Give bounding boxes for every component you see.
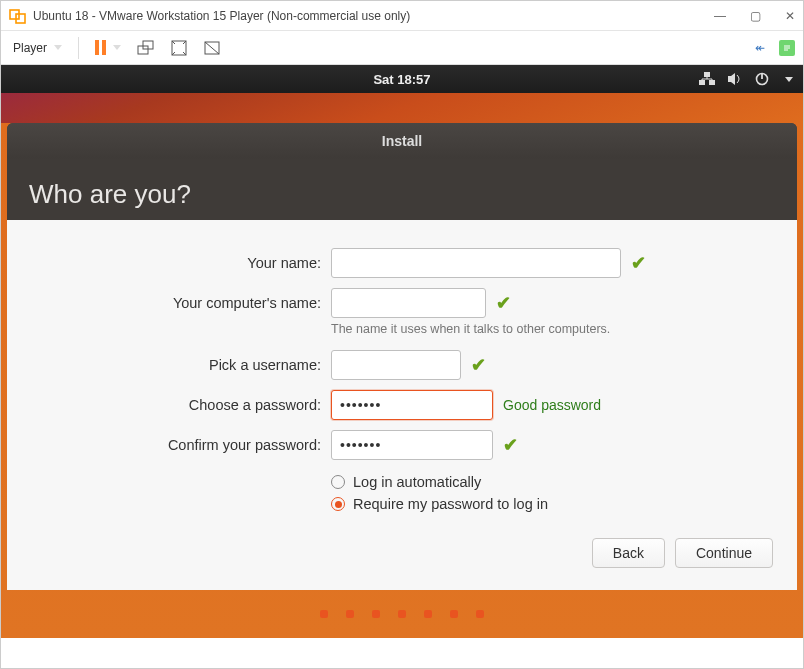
svg-line-6 [205, 42, 219, 54]
send-cad-icon [137, 40, 155, 56]
radio-unchecked-icon [331, 475, 345, 489]
checkmark-icon: ✔ [496, 292, 511, 314]
back-history-button[interactable]: ↞ [755, 41, 765, 55]
minimize-button[interactable]: — [714, 9, 726, 23]
volume-icon[interactable] [727, 72, 743, 86]
close-button[interactable]: ✕ [785, 9, 795, 23]
power-icon[interactable] [755, 72, 769, 86]
svg-rect-11 [699, 80, 705, 85]
installer-body: Your name: ✔ Your computer's name: ✔ The… [7, 220, 797, 590]
progress-dot [450, 610, 458, 618]
fullscreen-icon [171, 40, 187, 56]
your-name-label: Your name: [31, 255, 331, 271]
progress-dot [346, 610, 354, 618]
continue-button[interactable]: Continue [675, 538, 773, 568]
installer-window: Install Who are you? Your name: ✔ Your c… [7, 123, 797, 590]
checkmark-icon: ✔ [471, 354, 486, 376]
login-auto-radio[interactable]: Log in automatically [331, 474, 773, 490]
unity-icon [203, 40, 221, 56]
clock[interactable]: Sat 18:57 [373, 72, 430, 87]
fullscreen-button[interactable] [167, 38, 191, 58]
password-label: Choose a password: [31, 397, 331, 413]
checkmark-icon: ✔ [503, 434, 518, 456]
pause-button[interactable] [91, 38, 125, 57]
send-ctrl-alt-del-button[interactable] [133, 38, 159, 58]
progress-dot [398, 610, 406, 618]
dropdown-icon [113, 45, 121, 50]
progress-dot [320, 610, 328, 618]
confirm-password-input[interactable] [331, 430, 493, 460]
note-icon [782, 43, 792, 53]
player-menu[interactable]: Player [9, 39, 66, 57]
vmware-titlebar: Ubuntu 18 - VMware Workstation 15 Player… [1, 1, 803, 31]
vmware-toolbar: Player ↞ [1, 31, 803, 65]
toolbar-separator [78, 37, 79, 59]
your-name-input[interactable] [331, 248, 621, 278]
network-icon[interactable] [699, 72, 715, 86]
password-input[interactable] [331, 390, 493, 420]
progress-dot [424, 610, 432, 618]
dropdown-icon [54, 45, 62, 50]
ubuntu-topbar: Sat 18:57 [1, 65, 803, 93]
maximize-button[interactable]: ▢ [750, 9, 761, 23]
vmware-window-title: Ubuntu 18 - VMware Workstation 15 Player… [33, 9, 410, 23]
page-title: Who are you? [7, 159, 797, 220]
desktop-background [1, 93, 803, 123]
checkmark-icon: ✔ [631, 252, 646, 274]
svg-rect-10 [704, 72, 710, 77]
notes-button[interactable] [779, 40, 795, 56]
password-strength: Good password [503, 397, 601, 413]
computer-name-label: Your computer's name: [31, 295, 331, 311]
login-require-password-radio[interactable]: Require my password to log in [331, 496, 773, 512]
pause-icon [95, 40, 106, 55]
user-form: Your name: ✔ Your computer's name: ✔ The… [31, 248, 773, 512]
radio-checked-icon [331, 497, 345, 511]
username-label: Pick a username: [31, 357, 331, 373]
progress-dots [1, 590, 803, 624]
login-auto-label: Log in automatically [353, 474, 481, 490]
system-menu-dropdown-icon[interactable] [785, 77, 793, 82]
confirm-password-label: Confirm your password: [31, 437, 331, 453]
svg-marker-13 [728, 73, 735, 85]
login-require-label: Require my password to log in [353, 496, 548, 512]
installer-titlebar: Install [7, 123, 797, 159]
svg-rect-12 [709, 80, 715, 85]
desktop-background-lower: Install Who are you? Your name: ✔ Your c… [1, 123, 803, 638]
vmware-logo-icon [9, 7, 27, 25]
computer-name-hint: The name it uses when it talks to other … [331, 322, 773, 336]
username-input[interactable] [331, 350, 461, 380]
progress-dot [476, 610, 484, 618]
back-button[interactable]: Back [592, 538, 665, 568]
progress-dot [372, 610, 380, 618]
unity-button[interactable] [199, 38, 225, 58]
computer-name-input[interactable] [331, 288, 486, 318]
